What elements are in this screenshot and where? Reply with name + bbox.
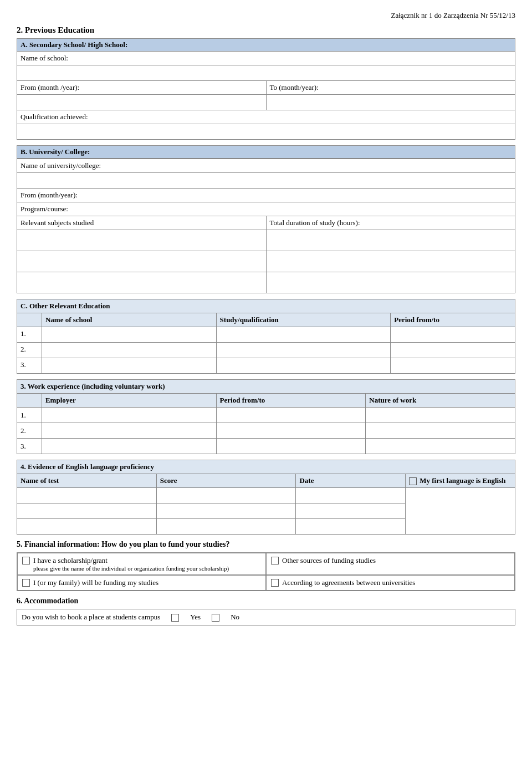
section-4-col-headers: Name of test Score Date My first languag…: [17, 474, 515, 488]
section-c-period-3[interactable]: [391, 358, 515, 374]
section-c-school-1[interactable]: [42, 327, 216, 343]
section-3-employer-1[interactable]: [42, 408, 216, 423]
section-3-header-row: 3. Work experience (including voluntary …: [17, 380, 515, 394]
section-c-row-1: 1.: [17, 327, 515, 343]
section-3-table: 3. Work experience (including voluntary …: [17, 379, 515, 454]
section-4-score-col: Score: [156, 474, 296, 488]
extra-cell-b-2[interactable]: [266, 251, 515, 272]
english-checkbox[interactable]: [409, 477, 417, 485]
section-4-checkbox-space: [406, 488, 515, 535]
section-4: 4. Evidence of English language proficie…: [17, 460, 515, 535]
extra-cell-b-4[interactable]: [266, 272, 515, 293]
section-c-school-col: Name of school: [42, 313, 216, 327]
section-c-num-3: 3.: [17, 358, 42, 374]
section-4-name-3[interactable]: [17, 519, 157, 535]
extra-cell-b-3[interactable]: [17, 272, 267, 293]
qualification-value[interactable]: [17, 124, 515, 140]
section-4-score-1[interactable]: [156, 488, 296, 503]
section-c-header-row: C. Other Relevant Education: [17, 299, 515, 313]
section-3-col-headers: Employer Period from/to Nature of work: [17, 394, 515, 408]
section-3-period-col: Period from/to: [216, 394, 366, 408]
section-c-period-1[interactable]: [391, 327, 515, 343]
total-value[interactable]: [266, 230, 515, 251]
section-5-option-1: I have a scholarship/grant please give t…: [17, 553, 266, 575]
section-c-col-headers: Name of school Study/qualification Perio…: [17, 313, 515, 327]
university-name-value[interactable]: [17, 173, 515, 189]
section-c-period-2[interactable]: [391, 343, 515, 358]
section-4-score-3[interactable]: [156, 519, 296, 535]
section-c-header: C. Other Relevant Education: [17, 299, 515, 313]
agreements-label: According to agreements between universi…: [282, 578, 415, 587]
other-sources-checkbox[interactable]: [271, 557, 279, 564]
section-3-header: 3. Work experience (including voluntary …: [17, 380, 515, 394]
section-3-nature-3[interactable]: [366, 439, 515, 454]
no-checkbox[interactable]: [212, 614, 219, 622]
name-of-school-value[interactable]: [17, 65, 515, 81]
section-3-employer-2[interactable]: [42, 423, 216, 439]
family-funding-checkbox[interactable]: [22, 579, 30, 587]
from-label-row-b: From (month/year):: [17, 189, 515, 202]
section-c-study-3[interactable]: [216, 358, 391, 374]
extra-cell-b-1[interactable]: [17, 251, 267, 272]
section-4-date-1[interactable]: [296, 488, 406, 503]
other-sources-label: Other sources of funding studies: [282, 556, 376, 565]
section-c-table: C. Other Relevant Education Name of scho…: [17, 299, 515, 374]
section-3-row-1: 1.: [17, 408, 515, 423]
to-value[interactable]: [266, 95, 515, 110]
section-b-table: Name of university/college: From (month/…: [17, 159, 515, 293]
section-c-study-1[interactable]: [216, 327, 391, 343]
section-4-date-2[interactable]: [296, 503, 406, 519]
section-3-period-3[interactable]: [216, 439, 366, 454]
section-4-date-col: Date: [296, 474, 406, 488]
program-label-row: Program/course:: [17, 202, 515, 216]
section-c-study-2[interactable]: [216, 343, 391, 358]
qualification-value-row: [17, 124, 515, 140]
section-5-title: 5. Financial information: How do you pla…: [17, 540, 515, 549]
yes-checkbox[interactable]: [171, 614, 179, 622]
scholarship-checkbox[interactable]: [22, 557, 30, 564]
relevant-value-row: [17, 230, 515, 251]
subsection-b-header: B. University/ College:: [17, 145, 515, 159]
university-name-label: Name of university/college:: [17, 159, 515, 173]
english-checkbox-label: My first language is English: [420, 476, 505, 485]
scholarship-text: I have a scholarship/grant please give t…: [33, 556, 229, 572]
relevant-label: Relevant subjects studied: [17, 216, 267, 230]
section-3-num-3: 3.: [17, 439, 42, 454]
section-3-employer-3[interactable]: [42, 439, 216, 454]
section-3-num-2: 2.: [17, 423, 42, 439]
total-label: Total duration of study (hours):: [266, 216, 515, 230]
name-of-school-value-row: [17, 65, 515, 81]
relevant-value[interactable]: [17, 230, 267, 251]
section-c-school-2[interactable]: [42, 343, 216, 358]
section-4-name-col: Name of test: [17, 474, 157, 488]
university-name-value-row: [17, 173, 515, 189]
section-3-period-2[interactable]: [216, 423, 366, 439]
section-4-checkbox-col: My first language is English: [406, 474, 515, 488]
section-4-name-1[interactable]: [17, 488, 157, 503]
section-3-num-col: [17, 394, 42, 408]
agreements-checkbox[interactable]: [271, 579, 279, 587]
section-4-date-3[interactable]: [296, 519, 406, 535]
scholarship-sublabel: please give the name of the individual o…: [33, 565, 229, 572]
section-c-num-col: [17, 313, 42, 327]
section-4-score-2[interactable]: [156, 503, 296, 519]
from-value[interactable]: [17, 95, 267, 110]
relevant-total-label-row: Relevant subjects studied Total duration…: [17, 216, 515, 230]
section-4-header-row: 4. Evidence of English language proficie…: [17, 460, 515, 474]
name-of-school-row: Name of school:: [17, 52, 515, 65]
section-c-school-3[interactable]: [42, 358, 216, 374]
accommodation-question: Do you wish to book a place at students …: [22, 613, 160, 622]
from-label-b: From (month/year):: [17, 189, 515, 202]
family-funding-label: I (or my family) will be funding my stud…: [33, 578, 158, 587]
section-4-header: 4. Evidence of English language proficie…: [17, 460, 515, 474]
section2-title: 2. Previous Education: [17, 26, 515, 35]
section-c-row-2: 2.: [17, 343, 515, 358]
from-label: From (month /year):: [17, 81, 267, 95]
section-5-grid: I have a scholarship/grant please give t…: [17, 552, 515, 591]
section-3-period-1[interactable]: [216, 408, 366, 423]
section-4-name-2[interactable]: [17, 503, 157, 519]
section-3-nature-1[interactable]: [366, 408, 515, 423]
section-5-option-3: Other sources of funding studies: [266, 553, 515, 575]
section-c: C. Other Relevant Education Name of scho…: [17, 299, 515, 374]
section-3-nature-2[interactable]: [366, 423, 515, 439]
